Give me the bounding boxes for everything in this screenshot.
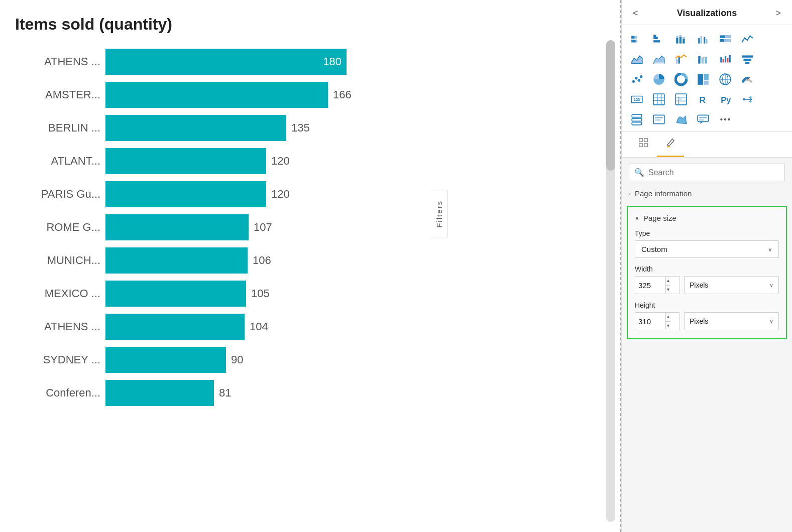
bar-value: 166 — [333, 88, 352, 101]
svg-rect-2 — [631, 40, 636, 42]
page-size-header[interactable]: ∧ Page size — [635, 214, 779, 222]
width-input-wrap[interactable]: ▲ ▼ — [635, 276, 680, 294]
viz-stacked-area[interactable] — [649, 50, 669, 68]
viz-table[interactable] — [649, 90, 669, 108]
height-label: Height — [635, 301, 779, 309]
viz-treemap[interactable] — [693, 70, 713, 88]
tab-fields[interactable] — [630, 132, 657, 157]
chart-title: Items sold (quantity) — [15, 15, 610, 34]
viz-text-box[interactable] — [649, 110, 669, 128]
svg-rect-14 — [701, 36, 702, 44]
svg-rect-81 — [639, 144, 642, 147]
svg-rect-5 — [653, 40, 660, 42]
svg-rect-4 — [653, 37, 658, 39]
svg-rect-68 — [632, 118, 642, 121]
svg-rect-58 — [680, 98, 682, 100]
viz-waterfall[interactable] — [715, 50, 735, 68]
height-up-btn[interactable]: ▲ — [666, 313, 670, 322]
bar-row: MUNICH...106 — [15, 247, 580, 274]
svg-point-76 — [720, 118, 722, 120]
svg-rect-8 — [676, 36, 678, 38]
viz-map[interactable] — [715, 70, 735, 88]
type-dropdown[interactable]: Custom ∨ — [635, 240, 779, 258]
viz-stacked-bar[interactable] — [627, 30, 647, 48]
viz-pie[interactable] — [649, 70, 669, 88]
height-down-btn[interactable]: ▼ — [666, 322, 670, 330]
search-box[interactable]: 🔍 — [629, 164, 785, 181]
viz-funnel[interactable] — [737, 50, 757, 68]
bar-row: PARIS Gu...120 — [15, 181, 580, 207]
bar-label: ATHENS ... — [15, 320, 100, 333]
svg-rect-25 — [705, 57, 707, 64]
bar-container: 166 — [105, 82, 580, 108]
width-input[interactable] — [635, 281, 665, 290]
height-input-wrap[interactable]: ▲ ▼ — [635, 312, 680, 330]
svg-rect-29 — [727, 58, 728, 63]
width-unit-dropdown[interactable]: Pixels ∨ — [684, 276, 779, 294]
svg-rect-49 — [653, 94, 664, 105]
viz-stacked-col[interactable] — [671, 30, 691, 48]
bar-container: 104 — [105, 314, 580, 340]
filters-tab[interactable]: Filters — [431, 191, 448, 237]
viz-icon-row-1 — [627, 30, 787, 48]
viz-donut[interactable] — [671, 70, 691, 88]
width-spinner: ▲ ▼ — [665, 277, 670, 294]
viz-decomp-tree[interactable] — [737, 90, 757, 108]
svg-point-77 — [724, 118, 726, 120]
width-label: Width — [635, 265, 779, 273]
viz-slicer[interactable] — [627, 110, 647, 128]
viz-100pct-bar[interactable] — [715, 30, 735, 48]
viz-card[interactable]: 123 — [627, 90, 647, 108]
width-down-btn[interactable]: ▼ — [666, 286, 670, 294]
search-icon: 🔍 — [634, 168, 644, 177]
height-field: Height ▲ ▼ Pixels ∨ — [635, 301, 779, 330]
bar-container: 180 — [105, 49, 580, 75]
svg-rect-24 — [702, 58, 704, 64]
nav-next-button[interactable]: > — [772, 7, 784, 20]
page-size-label: Page size — [643, 214, 676, 222]
width-up-btn[interactable]: ▲ — [666, 277, 670, 286]
viz-scatter[interactable] — [627, 70, 647, 88]
svg-rect-10 — [680, 35, 682, 37]
viz-clustered-col[interactable] — [693, 30, 713, 48]
panel-header: < Visualizations > — [622, 0, 792, 25]
type-value: Custom — [641, 245, 667, 253]
svg-rect-70 — [653, 115, 664, 123]
height-unit-dropdown[interactable]: Pixels ∨ — [684, 312, 779, 330]
scrollbar-thumb[interactable] — [606, 40, 615, 171]
search-input[interactable] — [648, 168, 779, 177]
svg-rect-7 — [676, 38, 678, 44]
viz-clustered-bar[interactable] — [649, 30, 669, 48]
bar-row: Conferen...81 — [15, 380, 580, 406]
width-unit-caret: ∨ — [769, 282, 773, 289]
dimensions-row: Width ▲ ▼ Pixels ∨ — [635, 265, 779, 330]
nav-prev-button[interactable]: < — [630, 7, 641, 20]
page-information-header[interactable]: › Page information — [622, 185, 792, 202]
svg-rect-73 — [698, 115, 709, 121]
svg-rect-12 — [683, 37, 685, 39]
bar-value: 105 — [251, 287, 270, 300]
bar-label: SYDNEY ... — [15, 353, 100, 366]
bar-fill — [105, 181, 266, 207]
scrollbar-track[interactable] — [606, 40, 615, 522]
viz-ribbon[interactable] — [693, 50, 713, 68]
viz-shape-map[interactable] — [671, 110, 691, 128]
viz-line-clustered[interactable] — [671, 50, 691, 68]
svg-point-34 — [632, 80, 635, 83]
viz-line[interactable] — [737, 30, 757, 48]
height-input[interactable] — [635, 317, 665, 326]
bar-row: AMSTER...166 — [15, 82, 580, 108]
viz-python[interactable]: Py — [715, 90, 735, 108]
bar-container: 105 — [105, 281, 580, 307]
viz-more-options[interactable] — [715, 110, 735, 128]
svg-rect-67 — [632, 114, 642, 117]
viz-smart-narrative[interactable] — [693, 110, 713, 128]
tab-format[interactable] — [657, 132, 684, 157]
svg-rect-79 — [639, 139, 642, 142]
viz-matrix[interactable] — [671, 90, 691, 108]
viz-area[interactable] — [627, 50, 647, 68]
svg-text:123: 123 — [634, 97, 640, 102]
viz-gauge[interactable] — [737, 70, 757, 88]
viz-r-visual[interactable]: R — [693, 90, 713, 108]
page-information-chevron: › — [629, 190, 631, 197]
